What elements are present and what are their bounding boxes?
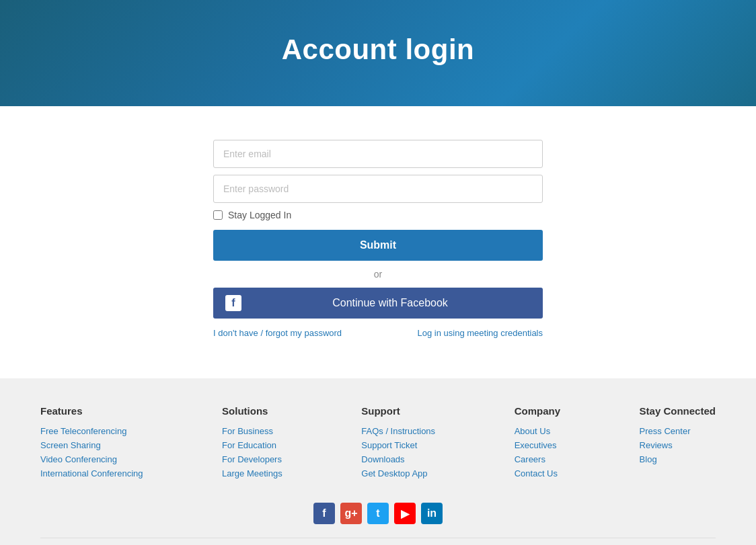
- footer-col-features: FeaturesFree TeleconferencingScreen Shar…: [40, 405, 143, 483]
- footer-social: fg+t▶in: [40, 503, 716, 524]
- stay-logged-in-checkbox[interactable]: [213, 210, 223, 220]
- main-content: Stay Logged In Submit or f Continue with…: [0, 106, 756, 378]
- footer-link[interactable]: Careers: [515, 454, 560, 464]
- or-divider: or: [213, 269, 543, 280]
- footer-link[interactable]: Downloads: [361, 454, 435, 464]
- facebook-button-label: Continue with Facebook: [332, 297, 448, 309]
- forgot-password-link[interactable]: I don't have / forgot my password: [213, 328, 342, 338]
- footer-link[interactable]: For Education: [222, 440, 282, 450]
- page-title: Account login: [13, 34, 743, 66]
- footer-col-stay-connected: Stay ConnectedPress CenterReviewsBlog: [640, 405, 716, 483]
- footer-col-heading: Features: [40, 405, 143, 417]
- footer-link[interactable]: Press Center: [640, 426, 716, 436]
- facebook-login-button[interactable]: f Continue with Facebook: [213, 288, 543, 319]
- links-row: I don't have / forgot my password Log in…: [213, 328, 543, 338]
- youtube-icon[interactable]: ▶: [394, 503, 416, 524]
- meeting-credentials-link[interactable]: Log in using meeting credentials: [418, 328, 543, 338]
- footer-columns: FeaturesFree TeleconferencingScreen Shar…: [40, 405, 716, 483]
- footer-link[interactable]: For Developers: [222, 454, 282, 464]
- footer-bottom: Privacy PolicySitemapTerms & Conditions …: [40, 538, 716, 545]
- footer-link[interactable]: Large Meetings: [222, 468, 282, 478]
- footer-col-heading: Support: [361, 405, 435, 417]
- footer-link[interactable]: Get Desktop App: [361, 468, 435, 478]
- login-form: Stay Logged In Submit or f Continue with…: [213, 140, 543, 338]
- footer-link[interactable]: For Business: [222, 426, 282, 436]
- footer-link[interactable]: Blog: [640, 454, 716, 464]
- footer-link[interactable]: About Us: [515, 426, 560, 436]
- facebook-icon: f: [225, 295, 241, 311]
- password-field[interactable]: [213, 175, 543, 203]
- facebook-icon[interactable]: f: [313, 503, 335, 524]
- footer-col-heading: Company: [515, 405, 560, 417]
- footer-col-solutions: SolutionsFor BusinessFor EducationFor De…: [222, 405, 282, 483]
- footer-col-heading: Solutions: [222, 405, 282, 417]
- footer-link[interactable]: Screen Sharing: [40, 440, 143, 450]
- footer-link[interactable]: Reviews: [640, 440, 716, 450]
- submit-button[interactable]: Submit: [213, 230, 543, 261]
- page-header: Account login: [0, 0, 756, 106]
- linkedin-icon[interactable]: in: [421, 503, 443, 524]
- email-field[interactable]: [213, 140, 543, 168]
- footer-col-support: SupportFAQs / InstructionsSupport Ticket…: [361, 405, 435, 483]
- footer-link[interactable]: Video Conferencing: [40, 454, 143, 464]
- stay-logged-in-label: Stay Logged In: [228, 210, 291, 220]
- footer-link[interactable]: Contact Us: [515, 468, 560, 478]
- footer-link[interactable]: FAQs / Instructions: [361, 426, 435, 436]
- footer-col-heading: Stay Connected: [640, 405, 716, 417]
- footer-col-company: CompanyAbout UsExecutivesCareersContact …: [515, 405, 560, 483]
- twitter-icon[interactable]: t: [367, 503, 389, 524]
- footer-link[interactable]: Support Ticket: [361, 440, 435, 450]
- footer-link[interactable]: Executives: [515, 440, 560, 450]
- google-plus-icon[interactable]: g+: [340, 503, 362, 524]
- footer-link[interactable]: International Conferencing: [40, 468, 143, 478]
- footer-link[interactable]: Free Teleconferencing: [40, 426, 143, 436]
- stay-logged-in-row: Stay Logged In: [213, 210, 543, 220]
- page-footer: FeaturesFree TeleconferencingScreen Shar…: [0, 378, 756, 545]
